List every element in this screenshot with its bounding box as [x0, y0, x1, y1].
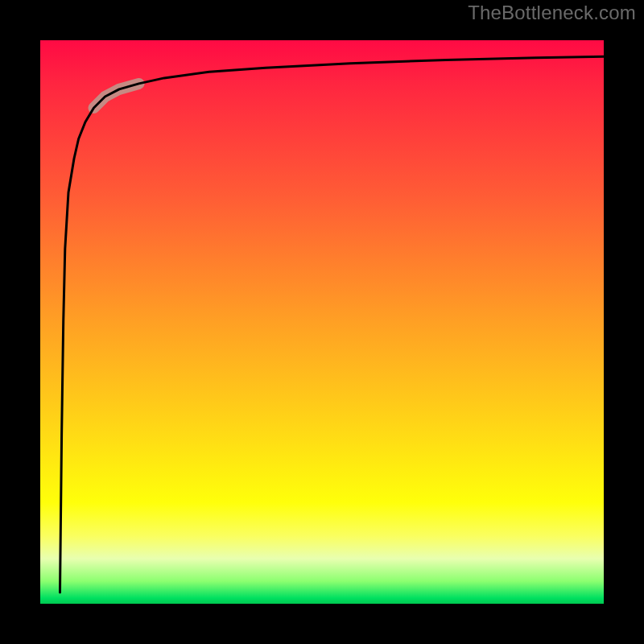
chart-root: TheBottleneck.com — [0, 0, 644, 644]
highlight-segment — [94, 84, 139, 108]
curve-layer — [40, 40, 604, 604]
watermark-text: TheBottleneck.com — [468, 2, 636, 24]
main-curve — [60, 56, 605, 592]
